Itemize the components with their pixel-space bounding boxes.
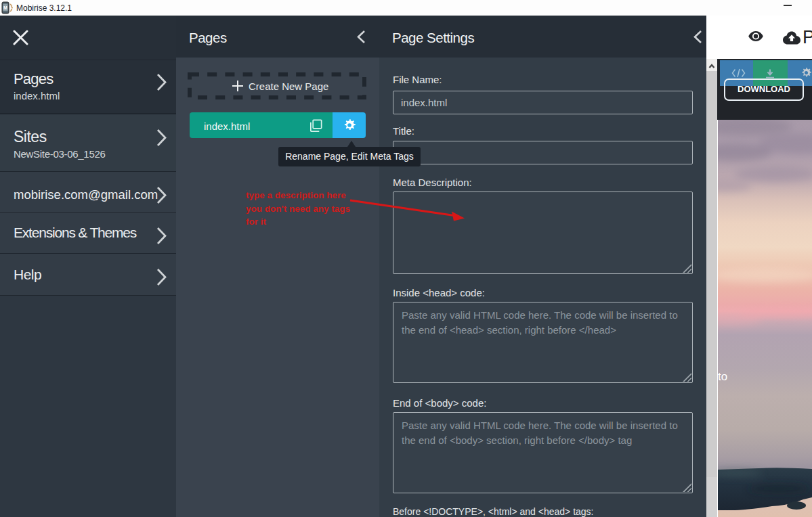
svg-text:M: M bbox=[3, 5, 7, 10]
